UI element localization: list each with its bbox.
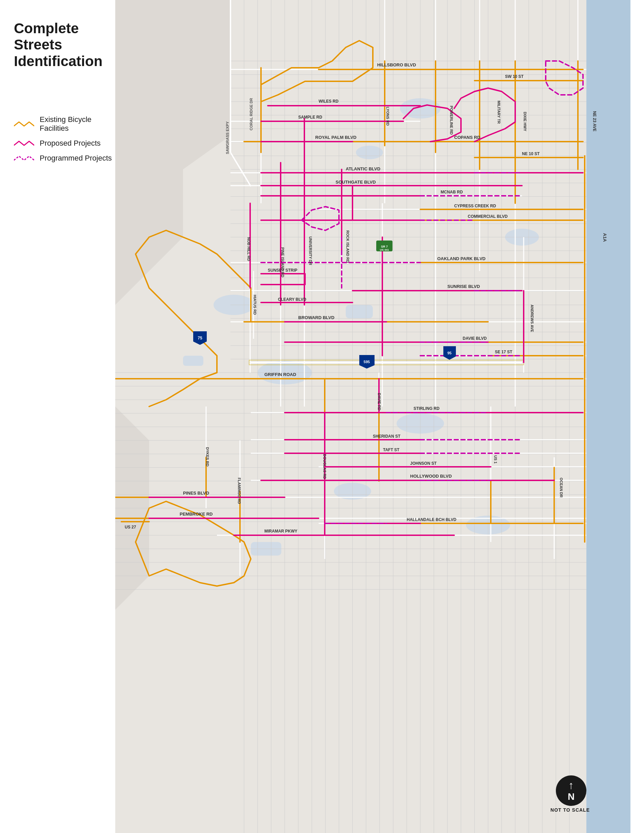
svg-text:ROCK ISLAND RD: ROCK ISLAND RD — [346, 230, 350, 262]
svg-text:MIRAMAR PKWY: MIRAMAR PKWY — [264, 529, 297, 534]
legend-label-existing: Existing Bicycle Facilities — [40, 115, 122, 133]
svg-text:95: 95 — [448, 351, 451, 355]
svg-text:COMMERCIAL BLVD: COMMERCIAL BLVD — [468, 214, 508, 219]
svg-text:PEMBROKE RD: PEMBROKE RD — [180, 511, 213, 516]
legend: Existing Bicycle Facilities Proposed Pro… — [14, 115, 122, 169]
svg-text:US 1: US 1 — [494, 455, 497, 463]
svg-text:SR 7: SR 7 — [381, 245, 388, 248]
svg-rect-5 — [346, 305, 373, 318]
legend-item-programmed: Programmed Projects — [14, 154, 122, 162]
svg-text:SUNSET STRIP: SUNSET STRIP — [268, 268, 297, 273]
legend-label-programmed: Programmed Projects — [40, 154, 112, 162]
svg-text:CYPRESS CREEK RD: CYPRESS CREEK RD — [454, 204, 496, 208]
svg-text:WILES RD: WILES RD — [319, 99, 339, 104]
north-arrow-inner: ↑ N — [568, 780, 575, 801]
svg-text:US 27: US 27 — [125, 525, 136, 529]
svg-text:NE 23 AVE: NE 23 AVE — [592, 111, 597, 132]
svg-text:PINE ISLAND RD: PINE ISLAND RD — [281, 247, 285, 277]
svg-text:DIXIE HWY: DIXIE HWY — [523, 112, 527, 132]
svg-text:595: 595 — [364, 360, 370, 364]
svg-text:SAWGRASS EXPY: SAWGRASS EXPY — [225, 121, 229, 154]
svg-text:TAFT ST: TAFT ST — [383, 447, 399, 452]
map-svg: -- Ocean Dr --> — [115, 0, 630, 833]
svg-text:CORAL RIDGE DR: CORAL RIDGE DR — [249, 98, 253, 130]
svg-text:LYONS RD: LYONS RD — [386, 107, 390, 126]
svg-text:DOUGLAS RD: DOUGLAS RD — [323, 454, 327, 479]
svg-text:DAVIE BLVD: DAVIE BLVD — [463, 336, 487, 341]
svg-text:SUNRISE BLVD: SUNRISE BLVD — [448, 284, 480, 289]
svg-text:OCEAN DR: OCEAN DR — [559, 478, 564, 498]
title-line1: Complete Streets — [14, 20, 79, 53]
north-arrow-symbol: ↑ — [568, 780, 574, 791]
svg-text:COPANS RD: COPANS RD — [454, 135, 480, 140]
svg-text:US 441: US 441 — [380, 248, 389, 251]
svg-text:SHERIDAN ST: SHERIDAN ST — [373, 434, 401, 439]
svg-text:NE 10 ST: NE 10 ST — [522, 151, 540, 156]
svg-text:DYKES RD: DYKES RD — [205, 447, 209, 466]
svg-text:FLAMINGO RD: FLAMINGO RD — [237, 478, 242, 504]
svg-text:BROWARD BLVD: BROWARD BLVD — [298, 315, 335, 320]
legend-line-proposed — [14, 139, 34, 147]
svg-text:ATLANTIC BLVD: ATLANTIC BLVD — [346, 166, 380, 171]
svg-text:POWERLINE RD: POWERLINE RD — [449, 106, 454, 135]
svg-text:HIATUS RD: HIATUS RD — [253, 295, 257, 315]
map-container: Atlantic Ocean — [115, 0, 630, 833]
north-letter: N — [568, 792, 575, 801]
page-title: Complete Streets Identification — [14, 20, 122, 69]
legend-line-programmed — [14, 154, 34, 162]
legend-line-existing — [14, 120, 34, 128]
title-line2: Identification — [14, 53, 102, 69]
svg-text:GRIFFIN ROAD: GRIFFIN ROAD — [264, 372, 296, 377]
svg-text:STIRLING RD: STIRLING RD — [414, 406, 440, 411]
svg-text:SOUTHGATE BLVD: SOUTHGATE BLVD — [336, 180, 376, 185]
legend-item-proposed: Proposed Projects — [14, 139, 122, 148]
legend-item-existing: Existing Bicycle Facilities — [14, 115, 122, 133]
not-to-scale-label: NOT TO SCALE — [551, 807, 590, 813]
svg-text:MILITARY TR: MILITARY TR — [497, 101, 501, 124]
svg-text:HALLANDALE BCH BLVD: HALLANDALE BCH BLVD — [407, 517, 457, 522]
svg-text:ROYAL PALM BLVD: ROYAL PALM BLVD — [315, 135, 357, 140]
north-arrow: ↑ N — [556, 775, 586, 806]
title-area: Complete Streets Identification — [14, 20, 122, 80]
svg-text:OAKLAND PARK BLVD: OAKLAND PARK BLVD — [437, 256, 486, 261]
svg-text:MCNAB RD: MCNAB RD — [441, 190, 463, 195]
svg-text:A1A: A1A — [602, 233, 607, 242]
svg-text:HILLSBORO BLVD: HILLSBORO BLVD — [377, 62, 416, 68]
svg-text:75: 75 — [198, 336, 202, 341]
svg-text:CLEARY BLVD: CLEARY BLVD — [278, 297, 306, 302]
svg-text:NOB HILL RD: NOB HILL RD — [247, 237, 251, 261]
svg-text:UNIVERSITY DR: UNIVERSITY DR — [308, 236, 312, 265]
svg-text:SW 10 ST: SW 10 ST — [505, 74, 524, 79]
legend-label-proposed: Proposed Projects — [40, 139, 101, 148]
svg-text:SE 17 ST: SE 17 ST — [495, 350, 512, 354]
svg-point-4 — [356, 146, 383, 159]
svg-text:ANDREWS AVE: ANDREWS AVE — [530, 304, 534, 332]
svg-text:SAMPLE RD: SAMPLE RD — [298, 115, 322, 120]
svg-text:HOLLYWOOD BLVD: HOLLYWOOD BLVD — [410, 474, 452, 479]
svg-text:JOHNSON ST: JOHNSON ST — [410, 461, 437, 466]
svg-rect-9 — [183, 356, 203, 366]
svg-text:DAVIE RD: DAVIE RD — [377, 393, 381, 410]
svg-text:PINES BLVD: PINES BLVD — [183, 490, 209, 495]
